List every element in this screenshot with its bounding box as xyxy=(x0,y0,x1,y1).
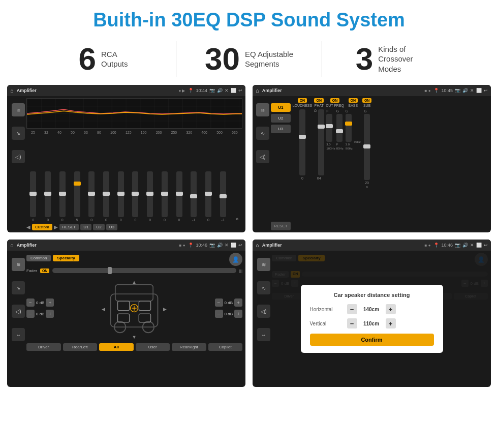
dist-horizontal-label: Horizontal xyxy=(310,307,343,312)
cross-icon-speaker[interactable]: ◁) xyxy=(256,150,269,163)
eq-slider-12[interactable]: 0 xyxy=(205,171,211,222)
fader-icon-arrows[interactable]: ↔ xyxy=(12,328,25,341)
fader-btn-user[interactable]: User xyxy=(136,343,170,351)
eq-slider-5[interactable]: 0 xyxy=(103,171,109,222)
car-svg-area: ▲ ▼ ◀ ▶ xyxy=(58,275,210,341)
stat-label-rca: RCAOutputs xyxy=(101,49,128,69)
svg-text:▶: ▶ xyxy=(163,307,167,312)
dist-profile-btn[interactable]: 👤 xyxy=(475,253,488,266)
eq-slider-1[interactable]: 0 xyxy=(45,171,51,222)
fader-vol-row-3: − 0 dB + xyxy=(215,310,242,318)
phat-toggle[interactable]: ON xyxy=(314,98,324,103)
eq-icon-wave[interactable]: ∿ xyxy=(12,127,25,140)
dist-tab-common[interactable]: Common xyxy=(272,255,296,261)
fader-icon-wave[interactable]: ∿ xyxy=(12,281,25,294)
fader-plus-1[interactable]: + xyxy=(46,310,54,318)
fader-minus-2[interactable]: − xyxy=(215,298,223,307)
fader-tab-specialty[interactable]: Specialty xyxy=(53,255,79,261)
eq-slider-10[interactable]: 0 xyxy=(176,171,182,222)
fader-profile-btn[interactable]: 👤 xyxy=(229,253,242,266)
dist-dialog: Car speaker distance setting Horizontal … xyxy=(301,285,443,353)
eq-slider-2[interactable]: 0 xyxy=(59,171,66,222)
bass-toggle[interactable]: ON xyxy=(349,98,358,103)
eq-slider-9[interactable]: 0 xyxy=(162,171,168,222)
fader-slider[interactable] xyxy=(52,268,236,273)
screen3-title: Amplifier xyxy=(17,243,37,248)
fader-minus-1[interactable]: − xyxy=(26,310,35,318)
fader-minus-0[interactable]: − xyxy=(26,298,35,307)
eq-btn-u1[interactable]: U1 xyxy=(80,224,91,230)
cross-sidebar: ≋ ∿ ◁) xyxy=(255,98,271,230)
stat-label-crossover: Kinds ofCrossover Modes xyxy=(378,44,434,74)
dist-tab-specialty[interactable]: Specialty xyxy=(298,255,324,261)
screen2-cross-area: ≋ ∿ ◁) U1 U2 U3 RESET ON LOUDNESS xyxy=(253,96,491,232)
eq-slider-8[interactable]: 0 xyxy=(147,171,153,222)
cross-reset-btn[interactable]: RESET xyxy=(271,222,291,230)
home-icon-2[interactable]: ⌂ xyxy=(256,87,259,94)
fader-btn-all[interactable]: All xyxy=(99,343,134,351)
home-icon-4[interactable]: ⌂ xyxy=(256,242,259,248)
eq-slider-6[interactable]: 0 xyxy=(118,171,124,222)
dist-vertical-minus[interactable]: − xyxy=(347,318,357,328)
fader-btn-copilot[interactable]: Copilot xyxy=(208,343,243,351)
stat-label-eq: EQ AdjustableSegments xyxy=(245,49,293,69)
dist-horizontal-value: 140cm xyxy=(361,307,382,312)
dist-icon-filters[interactable]: ≋ xyxy=(257,258,270,271)
fader-btn-rearleft2[interactable]: RearRight xyxy=(172,343,206,351)
dist-horizontal-minus[interactable]: − xyxy=(347,304,357,314)
eq-icon-filters[interactable]: ≋ xyxy=(12,103,25,116)
fader-plus-3[interactable]: + xyxy=(234,310,242,318)
fader-tab-common[interactable]: Common xyxy=(26,255,51,261)
cross-icon-filters[interactable]: ≋ xyxy=(256,103,269,116)
sub-toggle[interactable]: ON xyxy=(362,98,372,103)
fader-icon-speaker[interactable]: ◁) xyxy=(12,305,25,318)
dist-confirm-button[interactable]: Confirm xyxy=(310,334,434,346)
screen4-dist-area: ≋ ∿ ◁) ↔ Common Specialty 👤 xyxy=(253,251,491,387)
fader-on-badge[interactable]: ON xyxy=(40,268,50,273)
eq-btn-reset[interactable]: RESET xyxy=(59,224,79,230)
cross-preset-u2[interactable]: U2 xyxy=(271,114,291,123)
loudness-toggle[interactable]: ON xyxy=(298,98,307,103)
home-icon[interactable]: ⌂ xyxy=(10,87,14,94)
dist-vertical-plus[interactable]: + xyxy=(386,318,396,328)
svg-text:▼: ▼ xyxy=(132,335,137,340)
cross-preset-u1[interactable]: U1 xyxy=(271,103,291,112)
fader-vol-right: − 0 dB + − 0 dB + xyxy=(215,298,242,318)
eq-slider-3[interactable]: 5 xyxy=(74,171,80,222)
eq-slider-13[interactable]: -1 xyxy=(220,171,226,222)
fader-icon-filters[interactable]: ≋ xyxy=(12,258,25,271)
fader-minus-3[interactable]: − xyxy=(215,310,223,318)
fader-control-row: Fader ON ||| xyxy=(26,268,242,273)
cutfreq-toggle[interactable]: ON xyxy=(330,98,340,103)
fader-plus-2[interactable]: + xyxy=(234,298,242,307)
eq-slider-7[interactable]: 0 xyxy=(132,171,138,222)
fader-btn-driver[interactable]: Driver xyxy=(26,343,61,351)
cross-col-sub: ON SUB G 20 0 xyxy=(362,98,372,230)
dist-icon-wave[interactable]: ∿ xyxy=(257,281,270,294)
stat-eq: 30 EQ AdjustableSegments xyxy=(176,43,322,75)
eq-btn-custom[interactable]: Custom xyxy=(32,224,52,230)
screen-distance: ⌂ Amplifier ■ ● 📍 10:46 📷 🔊 ✕ ⬜ ↩ ≋ ∿ ◁)… xyxy=(253,240,491,387)
fader-plus-0[interactable]: + xyxy=(46,298,54,307)
fader-db-1: 0 dB xyxy=(36,312,44,316)
dist-horizontal-plus[interactable]: + xyxy=(386,304,396,314)
eq-sidebar: ≋ ∿ ◁) xyxy=(10,98,26,230)
eq-slider-0[interactable]: 0 xyxy=(30,171,36,222)
cross-icon-wave[interactable]: ∿ xyxy=(256,127,269,140)
fader-btn-rearleft[interactable]: RearLeft xyxy=(63,343,98,351)
home-icon-3[interactable]: ⌂ xyxy=(10,242,14,248)
eq-slider-11[interactable]: -1 xyxy=(191,171,197,222)
stat-crossover: 3 Kinds ofCrossover Modes xyxy=(322,43,468,75)
screens-grid: ⌂ Amplifier ● ▶ 📍 10:44 📷 🔊 ✕ ⬜ ↩ ≋ ∿ ◁) xyxy=(0,85,498,394)
screen3-topbar-icons: 📍 10:46 📷 🔊 ✕ ⬜ ↩ xyxy=(188,243,242,248)
cross-preset-u3[interactable]: U3 xyxy=(271,125,291,133)
eq-slider-4[interactable]: 0 xyxy=(88,171,95,222)
eq-more-icon[interactable]: » xyxy=(235,216,238,222)
dist-icon-arrows[interactable]: ↔ xyxy=(257,328,270,341)
eq-btn-u2[interactable]: U2 xyxy=(93,224,104,230)
eq-icon-speaker[interactable]: ◁) xyxy=(12,150,25,163)
cross-col-cutfreq: ON CUT FREQ F 3.0 100Hz xyxy=(326,98,344,230)
dist-icon-speaker[interactable]: ◁) xyxy=(257,305,270,318)
fader-main: Common Specialty 👤 Fader ON ||| xyxy=(26,253,242,385)
eq-btn-u3[interactable]: U3 xyxy=(106,224,117,230)
